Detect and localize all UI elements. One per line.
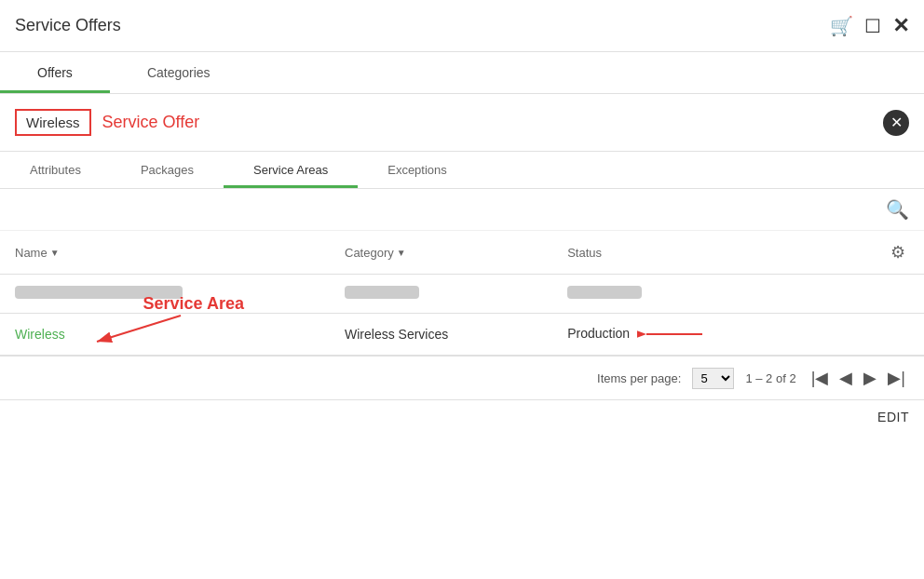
tab-offers[interactable]: Offers [0,52,110,93]
items-per-page-select[interactable]: 5 10 20 50 [692,368,734,389]
top-bar: Service Offers 🛒 ☐ ✕ [0,0,924,52]
content-area: 🔍 Name ▼ Category ▼ [0,189,924,399]
data-table: Name ▼ Category ▼ Status ⚙ [0,231,924,356]
pagination-nav: |◀ ◀ ▶ ▶| [808,366,909,390]
last-page-button[interactable]: ▶| [884,366,909,390]
offer-header: Wireless Service Offer ✕ [0,94,924,152]
production-arrow [637,325,712,343]
blurred-category-cell [330,275,552,314]
name-sort-icon: ▼ [50,248,60,258]
col-category[interactable]: Category ▼ [330,231,552,275]
close-offer-button[interactable]: ✕ [883,110,909,136]
pagination-row: Items per page: 5 10 20 50 1 – 2 of 2 |◀… [0,356,924,399]
blurred-status-cell [552,275,843,314]
sub-tab-service-areas[interactable]: Service Areas [224,152,358,188]
items-per-page-label: Items per page: [597,371,681,385]
next-page-button[interactable]: ▶ [860,366,880,390]
service-area-annotation: Service Area [143,294,244,314]
page-title: Service Offers [15,16,121,35]
close-icon[interactable]: ✕ [892,14,909,38]
top-bar-icons: 🛒 ☐ ✕ [830,14,909,38]
row-name-value: Wireless [15,327,65,342]
blurred-settings-cell [843,275,924,314]
col-status: Status [552,231,843,275]
tab-categories[interactable]: Categories [110,52,248,93]
sub-tab-packages[interactable]: Packages [111,152,224,188]
breadcrumb-wireless[interactable]: Wireless [15,109,91,136]
row-name-cell: Wireless [0,314,330,356]
offer-label: Service Offer [102,113,200,132]
edit-row: EDIT [0,399,924,434]
sub-tabs: Attributes Packages Service Areas Except… [0,152,924,189]
table-row-wireless: Wireless [0,314,924,356]
window-icon[interactable]: ☐ [864,15,881,37]
row-status-value: Production [567,326,630,341]
main-tabs: Offers Categories [0,52,924,94]
edit-button[interactable]: EDIT [877,410,909,424]
col-name[interactable]: Name ▼ [0,231,330,275]
gear-icon[interactable]: ⚙ [890,243,905,262]
col-settings[interactable]: ⚙ [843,231,924,275]
table-wrapper: Name ▼ Category ▼ Status ⚙ [0,231,924,399]
cart-icon[interactable]: 🛒 [830,15,853,37]
first-page-button[interactable]: |◀ [808,366,833,390]
sub-tab-exceptions[interactable]: Exceptions [358,152,477,188]
page-range: 1 – 2 of 2 [745,371,795,385]
row-category-cell: Wireless Services [330,314,552,356]
row-settings-cell [843,314,924,356]
category-sort-icon: ▼ [397,248,406,258]
table-header-row: Name ▼ Category ▼ Status ⚙ [0,231,924,275]
prev-page-button[interactable]: ◀ [836,366,856,390]
svg-line-1 [97,316,181,342]
row-status-cell: Production [552,314,843,356]
search-icon[interactable]: 🔍 [886,198,909,221]
search-row: 🔍 [0,189,924,231]
sub-tab-attributes[interactable]: Attributes [0,152,111,188]
